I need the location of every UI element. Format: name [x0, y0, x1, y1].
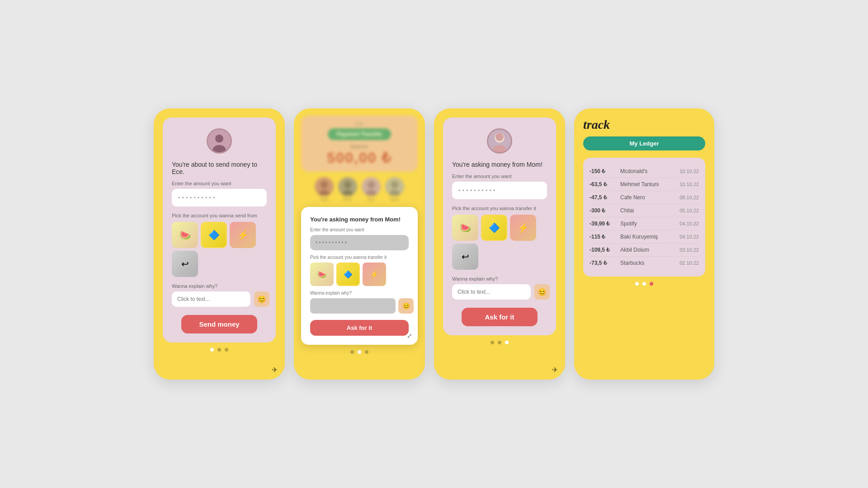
dot-2-s4 [642, 282, 646, 286]
svg-point-3 [321, 181, 328, 188]
s3-card-3[interactable]: ⚡ [510, 215, 536, 241]
explain-label-s3: Wanna explain why? [452, 276, 547, 282]
amount-input-s3[interactable] [452, 182, 547, 199]
popup-emoji-btn[interactable]: 😊 [398, 298, 414, 314]
account-card-1[interactable]: 🍉 [172, 222, 198, 248]
contacts-row: Yasir Emir Ece [301, 177, 418, 202]
avatar [207, 128, 232, 154]
contact-emir: Emir [338, 177, 357, 202]
ask-title-s3: You're asking money from Mom! [452, 161, 547, 168]
track-header: track My Ledger [583, 117, 705, 150]
tx-date: 08.10.22 [679, 195, 699, 200]
account-label-s3: Pick the account you wanna transfer it [452, 206, 547, 211]
popup-card-3[interactable]: ⚡ [363, 263, 386, 286]
emoji-button-s1[interactable]: 😊 [254, 291, 269, 307]
tx-merchant: Starbucks [617, 260, 679, 266]
plane-icon-s3: ✈ [552, 366, 558, 374]
tx-merchant: Mehmet Tantuni [617, 181, 679, 188]
explain-input-s3[interactable] [452, 284, 531, 300]
screen3-phone: You're asking money from Mom! Enter the … [434, 108, 565, 380]
explain-row-s1: 😊 [172, 291, 267, 307]
plane-icon-s1: ✈ [272, 366, 278, 374]
table-row: -73,5 ₺ Starbucks 02.10.22 [590, 257, 699, 269]
tx-amount: -300 ₺ [590, 207, 617, 214]
bottom-nav-s2 [301, 345, 418, 357]
tx-amount: -39,99 ₺ [590, 221, 617, 227]
ask-for-it-button-s3[interactable]: Ask for it [462, 308, 538, 326]
table-row: -115 ₺ Baki Kuruyemiş 04.10.22 [590, 230, 699, 244]
explain-row-s3: 😊 [452, 284, 547, 300]
contact-yasir: Yasir [315, 177, 334, 202]
tx-merchant: Cafe Nero [617, 194, 679, 201]
tx-date: 04.10.22 [679, 234, 699, 239]
send-money-button[interactable]: Send money [181, 315, 257, 333]
s3-card-2[interactable]: 🔷 [481, 215, 507, 241]
dot-2-s1 [217, 348, 221, 352]
screen3-inner: You're asking money from Mom! Enter the … [434, 108, 565, 380]
screen1-inner: You're about to send money to Ece. Enter… [154, 108, 285, 380]
table-row: -39,99 ₺ Spotify 04.10.22 [590, 217, 699, 230]
tx-merchant: Akbil Dolum [617, 247, 679, 253]
svg-point-9 [391, 181, 398, 188]
account-label-s1: Pick the account you wanna send from [172, 213, 267, 218]
send-title: You're about to send money to Ece. [172, 161, 267, 175]
popup-explain-row: 😊 [310, 298, 409, 314]
dot-1-s2 [350, 350, 354, 354]
tx-date: 10.10.22 [679, 169, 699, 174]
svg-point-5 [344, 181, 351, 188]
dot-3-s1 [225, 348, 228, 352]
screen2-inner: PAY Payment Transfer Balance 500,00 ₺ Ya… [294, 108, 425, 380]
s3-card-1[interactable]: 🍉 [452, 215, 478, 241]
explain-input-s1[interactable] [172, 291, 250, 307]
screen2-phone: PAY Payment Transfer Balance 500,00 ₺ Ya… [294, 108, 425, 380]
tx-amount: -63,5 ₺ [590, 181, 617, 188]
screen4-inner: track My Ledger -150 ₺ Mcdonald's 10.10.… [574, 108, 714, 380]
svg-point-6 [342, 190, 353, 196]
balance-amount: 500,00 ₺ [308, 149, 410, 166]
screen1-phone: You're about to send money to Ece. Enter… [154, 108, 285, 380]
send-money-card: You're about to send money to Ece. Enter… [163, 117, 276, 343]
popup-amount-input[interactable] [310, 235, 409, 250]
tx-amount: -47,5 ₺ [590, 194, 617, 201]
amount-input-s1[interactable] [172, 189, 267, 206]
account-card-4[interactable]: ↩ [172, 251, 198, 277]
bottom-nav-s1 [163, 343, 276, 355]
svg-point-10 [389, 190, 400, 196]
table-row: -47,5 ₺ Cafe Nero 08.10.22 [590, 191, 699, 204]
popup-ask-button[interactable]: Ask for it [310, 320, 409, 336]
account-card-3[interactable]: ⚡ [230, 222, 256, 248]
popup-card-1[interactable]: 🍉 [310, 263, 334, 286]
tx-amount: -73,5 ₺ [590, 260, 617, 266]
emoji-btn-s3[interactable]: 😊 [534, 284, 550, 300]
s3-card-4[interactable]: ↩ [452, 244, 478, 270]
pay-badge: Payment Transfer [328, 128, 392, 140]
svg-point-8 [366, 190, 377, 196]
tx-merchant: Spotify [617, 221, 679, 227]
tx-date: 10.10.22 [679, 182, 699, 187]
account-cards-s3: 🍉 🔷 ⚡ ↩ [452, 215, 547, 270]
account-card-2[interactable]: 🔷 [201, 222, 227, 248]
svg-point-7 [368, 181, 375, 188]
dot-3-s4 [650, 282, 653, 286]
ask-money-card: You're asking money from Mom! Enter the … [443, 117, 556, 335]
ledger-card: -150 ₺ Mcdonald's 10.10.22 -63,5 ₺ Mehme… [583, 158, 705, 277]
contact-mom: Mom [385, 177, 404, 202]
contact-ece: Ece [362, 177, 381, 202]
ask-money-popup: You're asking money from Mom! Enter the … [301, 207, 418, 345]
explain-label-s1: Wanna explain why? [172, 283, 267, 289]
avatar-s3 [487, 128, 512, 154]
popup-explain-label: Wanna explain why? [310, 291, 409, 296]
balance-label: Balance [308, 144, 410, 149]
tx-amount: -115 ₺ [590, 234, 617, 240]
tx-merchant: Chilai [617, 207, 679, 214]
expand-icon: ⤢ [407, 332, 412, 339]
popup-explain-input[interactable] [310, 298, 396, 314]
popup-amount-label: Enter the amount you want [310, 227, 409, 232]
tx-date: 02.10.22 [679, 260, 699, 266]
pay-tag: PAY [308, 121, 410, 127]
popup-card-2[interactable]: 🔷 [336, 263, 360, 286]
tx-merchant: Mcdonald's [617, 168, 679, 174]
my-ledger-button[interactable]: My Ledger [583, 136, 705, 150]
screen2-blurred: PAY Payment Transfer Balance 500,00 ₺ Ya… [301, 116, 418, 202]
track-title: track [583, 117, 705, 132]
